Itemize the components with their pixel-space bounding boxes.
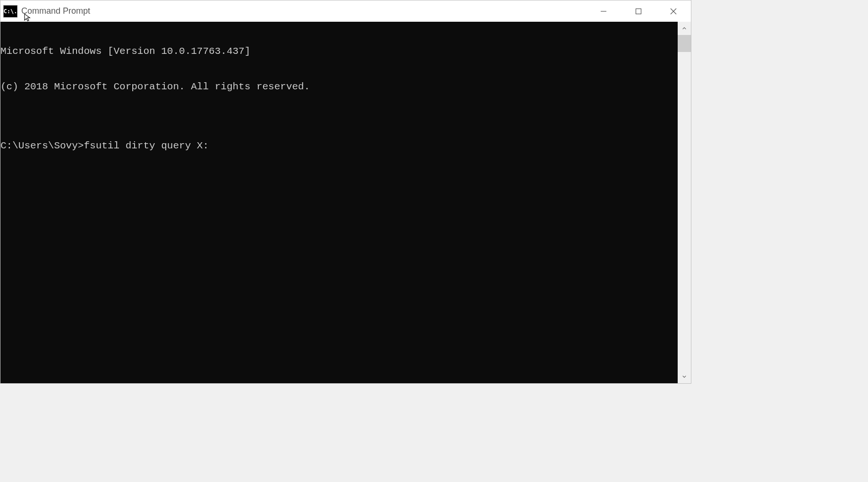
app-icon[interactable]: C:\. [3, 5, 17, 17]
chevron-down-icon [682, 374, 687, 379]
scroll-track[interactable] [678, 35, 691, 370]
scroll-thumb[interactable] [678, 35, 691, 52]
terminal-line: (c) 2018 Microsoft Corporation. All righ… [0, 81, 678, 93]
window-title: Command Prompt [21, 6, 90, 16]
chevron-up-icon [682, 26, 687, 31]
terminal-line: C:\Users\Sovy>fsutil dirty query X: [0, 140, 678, 152]
close-icon [670, 8, 677, 15]
terminal-area: Microsoft Windows [Version 10.0.17763.43… [0, 22, 691, 383]
maximize-icon [635, 8, 642, 15]
minimize-icon [600, 8, 607, 15]
vertical-scrollbar[interactable] [678, 22, 691, 383]
terminal-line: Microsoft Windows [Version 10.0.17763.43… [0, 45, 678, 57]
command-prompt-window: C:\. Command Prompt Microsoft Windows [V… [0, 0, 691, 384]
close-button[interactable] [656, 0, 691, 22]
svg-rect-1 [636, 9, 641, 14]
window-controls [586, 0, 691, 22]
terminal-output[interactable]: Microsoft Windows [Version 10.0.17763.43… [0, 22, 678, 383]
scroll-up-button[interactable] [678, 22, 691, 35]
minimize-button[interactable] [586, 0, 621, 22]
titlebar[interactable]: C:\. Command Prompt [0, 0, 691, 22]
scroll-down-button[interactable] [678, 370, 691, 383]
maximize-button[interactable] [621, 0, 656, 22]
app-icon-label: C:\. [4, 8, 17, 15]
